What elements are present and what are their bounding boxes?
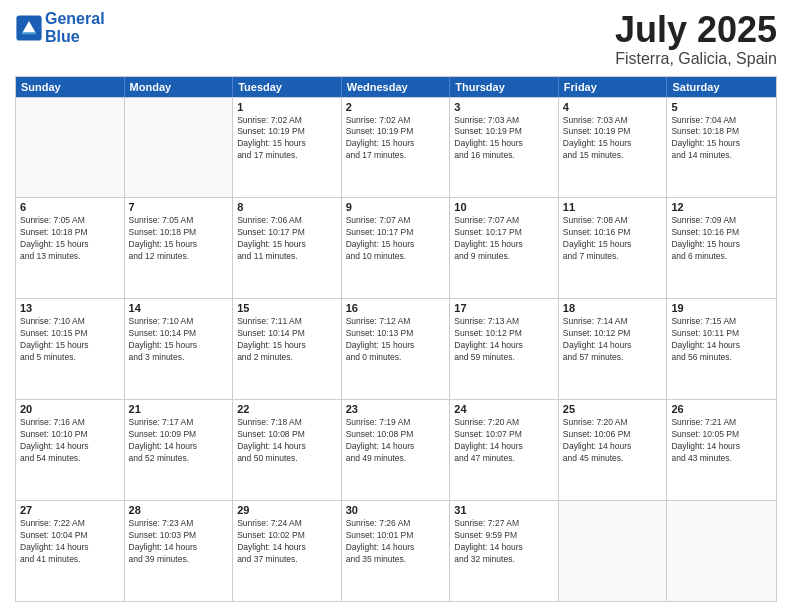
calendar-cell: 24Sunrise: 7:20 AMSunset: 10:07 PMDaylig… [450, 400, 559, 500]
cell-info-line: Sunrise: 7:12 AM [346, 316, 446, 328]
cell-info-line: and 35 minutes. [346, 554, 446, 566]
cell-info-line: Daylight: 14 hours [563, 340, 663, 352]
day-number: 16 [346, 302, 446, 314]
cell-info-line: Sunrise: 7:10 AM [129, 316, 229, 328]
cell-info-line: and 14 minutes. [671, 150, 772, 162]
cell-info-line: and 3 minutes. [129, 352, 229, 364]
calendar-cell: 13Sunrise: 7:10 AMSunset: 10:15 PMDaylig… [16, 299, 125, 399]
calendar-cell: 5Sunrise: 7:04 AMSunset: 10:18 PMDayligh… [667, 98, 776, 198]
cell-info-line: Sunset: 10:18 PM [129, 227, 229, 239]
day-number: 19 [671, 302, 772, 314]
main-title: July 2025 [615, 10, 777, 50]
calendar-cell: 30Sunrise: 7:26 AMSunset: 10:01 PMDaylig… [342, 501, 451, 601]
cell-info-line: Sunrise: 7:15 AM [671, 316, 772, 328]
cell-info-line: Daylight: 15 hours [237, 340, 337, 352]
cell-info-line: and 52 minutes. [129, 453, 229, 465]
cell-info-line: Sunrise: 7:27 AM [454, 518, 554, 530]
cell-info-line: and 10 minutes. [346, 251, 446, 263]
cell-info-line: Daylight: 14 hours [20, 542, 120, 554]
header: General Blue July 2025 Fisterra, Galicia… [15, 10, 777, 68]
day-number: 9 [346, 201, 446, 213]
cell-info-line: Daylight: 15 hours [20, 239, 120, 251]
cell-info-line: and 45 minutes. [563, 453, 663, 465]
cell-info-line: Sunrise: 7:07 AM [454, 215, 554, 227]
week-row-3: 13Sunrise: 7:10 AMSunset: 10:15 PMDaylig… [16, 298, 776, 399]
cell-info-line: Sunset: 10:10 PM [20, 429, 120, 441]
cell-info-line: and 41 minutes. [20, 554, 120, 566]
day-number: 25 [563, 403, 663, 415]
header-day-sunday: Sunday [16, 77, 125, 97]
logo-general: General [45, 10, 105, 28]
cell-info-line: Sunset: 10:08 PM [346, 429, 446, 441]
day-number: 3 [454, 101, 554, 113]
header-day-wednesday: Wednesday [342, 77, 451, 97]
calendar-cell: 21Sunrise: 7:17 AMSunset: 10:09 PMDaylig… [125, 400, 234, 500]
calendar-cell: 28Sunrise: 7:23 AMSunset: 10:03 PMDaylig… [125, 501, 234, 601]
cell-info-line: and 57 minutes. [563, 352, 663, 364]
cell-info-line: Sunrise: 7:16 AM [20, 417, 120, 429]
calendar-cell: 16Sunrise: 7:12 AMSunset: 10:13 PMDaylig… [342, 299, 451, 399]
cell-info-line: Sunrise: 7:18 AM [237, 417, 337, 429]
calendar-cell: 31Sunrise: 7:27 AMSunset: 9:59 PMDayligh… [450, 501, 559, 601]
cell-info-line: Daylight: 14 hours [346, 542, 446, 554]
day-number: 27 [20, 504, 120, 516]
header-day-saturday: Saturday [667, 77, 776, 97]
cell-info-line: Sunset: 10:14 PM [129, 328, 229, 340]
cell-info-line: and 16 minutes. [454, 150, 554, 162]
calendar-cell: 11Sunrise: 7:08 AMSunset: 10:16 PMDaylig… [559, 198, 668, 298]
cell-info-line: Sunrise: 7:03 AM [563, 115, 663, 127]
cell-info-line: and 50 minutes. [237, 453, 337, 465]
cell-info-line: Sunset: 10:05 PM [671, 429, 772, 441]
cell-info-line: Sunrise: 7:19 AM [346, 417, 446, 429]
logo: General Blue [15, 10, 105, 46]
calendar-cell [667, 501, 776, 601]
logo-blue: Blue [45, 28, 105, 46]
cell-info-line: Daylight: 15 hours [346, 340, 446, 352]
cell-info-line: Sunset: 10:16 PM [671, 227, 772, 239]
cell-info-line: Sunrise: 7:09 AM [671, 215, 772, 227]
cell-info-line: Sunrise: 7:17 AM [129, 417, 229, 429]
cell-info-line: and 7 minutes. [563, 251, 663, 263]
cell-info-line: Sunset: 10:09 PM [129, 429, 229, 441]
day-number: 31 [454, 504, 554, 516]
cell-info-line: Daylight: 14 hours [20, 441, 120, 453]
cell-info-line: Sunrise: 7:04 AM [671, 115, 772, 127]
calendar-cell: 18Sunrise: 7:14 AMSunset: 10:12 PMDaylig… [559, 299, 668, 399]
calendar-cell [559, 501, 668, 601]
svg-rect-2 [22, 32, 36, 34]
day-number: 2 [346, 101, 446, 113]
cell-info-line: Sunrise: 7:03 AM [454, 115, 554, 127]
cell-info-line: and 13 minutes. [20, 251, 120, 263]
day-number: 20 [20, 403, 120, 415]
cell-info-line: and 12 minutes. [129, 251, 229, 263]
cell-info-line: Sunset: 10:12 PM [454, 328, 554, 340]
cell-info-line: Daylight: 15 hours [20, 340, 120, 352]
calendar-body: 1Sunrise: 7:02 AMSunset: 10:19 PMDayligh… [16, 97, 776, 601]
cell-info-line: Sunrise: 7:02 AM [237, 115, 337, 127]
cell-info-line: Sunset: 10:01 PM [346, 530, 446, 542]
day-number: 5 [671, 101, 772, 113]
calendar-cell: 4Sunrise: 7:03 AMSunset: 10:19 PMDayligh… [559, 98, 668, 198]
day-number: 12 [671, 201, 772, 213]
cell-info-line: Sunrise: 7:23 AM [129, 518, 229, 530]
cell-info-line: Sunset: 10:08 PM [237, 429, 337, 441]
day-number: 23 [346, 403, 446, 415]
cell-info-line: Sunset: 10:15 PM [20, 328, 120, 340]
cell-info-line: and 54 minutes. [20, 453, 120, 465]
cell-info-line: Sunset: 10:19 PM [346, 126, 446, 138]
cell-info-line: and 15 minutes. [563, 150, 663, 162]
calendar-cell: 6Sunrise: 7:05 AMSunset: 10:18 PMDayligh… [16, 198, 125, 298]
cell-info-line: Sunset: 10:11 PM [671, 328, 772, 340]
cell-info-line: Sunrise: 7:20 AM [563, 417, 663, 429]
calendar-cell: 2Sunrise: 7:02 AMSunset: 10:19 PMDayligh… [342, 98, 451, 198]
cell-info-line: Daylight: 15 hours [346, 138, 446, 150]
header-day-tuesday: Tuesday [233, 77, 342, 97]
cell-info-line: Sunrise: 7:05 AM [129, 215, 229, 227]
day-number: 17 [454, 302, 554, 314]
day-number: 8 [237, 201, 337, 213]
cell-info-line: Sunrise: 7:06 AM [237, 215, 337, 227]
cell-info-line: and 56 minutes. [671, 352, 772, 364]
calendar-cell: 23Sunrise: 7:19 AMSunset: 10:08 PMDaylig… [342, 400, 451, 500]
cell-info-line: Sunset: 10:18 PM [671, 126, 772, 138]
cell-info-line: Daylight: 14 hours [454, 340, 554, 352]
